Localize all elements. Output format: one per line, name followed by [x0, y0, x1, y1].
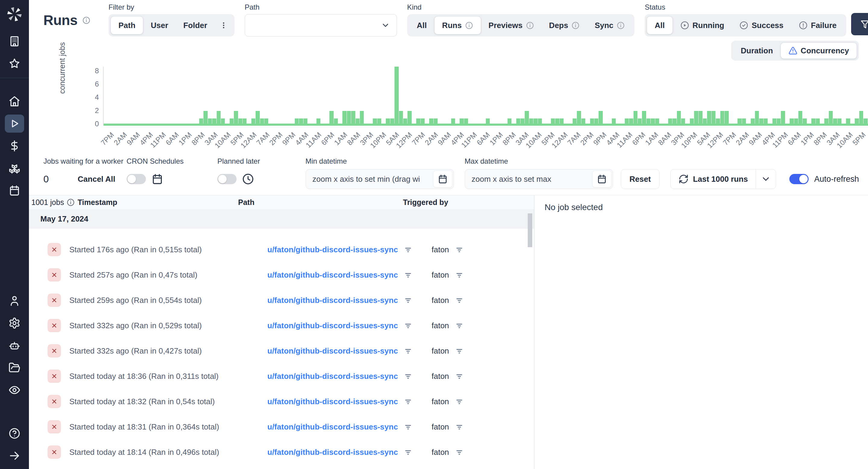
table-row[interactable]: Started 257s ago (Ran in 0,47s total) u/…	[29, 262, 534, 287]
min-datetime-input[interactable]	[306, 169, 454, 189]
chevron-down-icon	[761, 174, 771, 184]
row-path-link[interactable]: u/faton/github-discord-issues-sync	[267, 372, 398, 381]
home-icon[interactable]	[5, 92, 24, 110]
filter-by-user-icon[interactable]	[455, 245, 464, 254]
status-option-all[interactable]: All	[647, 16, 673, 34]
table-row[interactable]: Started today at 18:14 (Ran in 0,496s to…	[29, 439, 534, 465]
view-option-duration[interactable]: Duration	[733, 42, 781, 59]
filter-by-user-icon[interactable]	[455, 296, 464, 305]
windmill-logo[interactable]	[7, 0, 22, 30]
jobs-count: 1001 jobs	[31, 198, 64, 207]
reset-button[interactable]: Reset	[621, 169, 660, 189]
row-path-link[interactable]: u/faton/github-discord-issues-sync	[267, 296, 398, 305]
collapse-arrow-right-icon[interactable]	[5, 447, 24, 465]
row-timestamp: Started today at 18:14 (Ran in 0,496s to…	[61, 447, 225, 457]
row-triggered-by: faton	[432, 422, 449, 432]
kind-option-sync[interactable]: Sync	[587, 16, 632, 34]
failure-x-icon	[48, 445, 61, 459]
row-path-link[interactable]: u/faton/github-discord-issues-sync	[267, 270, 398, 280]
filter-by-user-icon[interactable]	[455, 372, 464, 380]
failure-x-icon	[48, 420, 61, 433]
jobs-waiting-label: Jobs waiting for a worker	[43, 157, 127, 165]
col-path: Path	[236, 198, 401, 207]
kind-option-deps[interactable]: Deps	[541, 16, 587, 34]
runs-count-chevron[interactable]	[756, 169, 776, 189]
kind-segmented: All Runs Previews Deps Sync	[407, 14, 635, 36]
dollar-icon[interactable]	[5, 137, 24, 155]
filter-by-user-icon[interactable]	[455, 271, 464, 279]
table-row[interactable]: Started 332s ago (Ran in 0,427s total) u…	[29, 338, 534, 364]
filter-by-option-path[interactable]: Path	[111, 16, 143, 34]
filter-by-option-user[interactable]: User	[143, 16, 176, 34]
filter-by-user-icon[interactable]	[455, 321, 464, 330]
planned-later-toggle[interactable]	[217, 174, 237, 184]
runs-play-icon[interactable]	[5, 115, 24, 133]
main-area: Runs Filter by Path User Folder Path	[29, 0, 868, 469]
auto-refresh-toggle[interactable]	[789, 174, 809, 184]
calendar-icon[interactable]	[5, 182, 24, 199]
min-datetime-calendar-button[interactable]	[433, 170, 453, 187]
table-row[interactable]: Started 259s ago (Ran in 0,554s total) u…	[29, 287, 534, 313]
failure-x-icon	[48, 344, 61, 357]
robot-icon[interactable]	[5, 336, 24, 354]
folder-open-icon[interactable]	[5, 359, 24, 377]
kind-option-previews[interactable]: Previews	[481, 16, 541, 34]
col-timestamp: Timestamp	[78, 198, 117, 207]
sidebar	[0, 0, 29, 469]
filter-by-option-folder[interactable]: Folder	[176, 16, 215, 34]
jobs-waiting-count: 0	[43, 174, 49, 185]
status-option-failure[interactable]: Failure	[791, 16, 844, 34]
user-icon[interactable]	[5, 292, 24, 310]
chart-baseline	[104, 124, 868, 126]
table-row[interactable]: Started today at 18:36 (Ran in 0,311s to…	[29, 364, 534, 389]
row-triggered-by: faton	[432, 346, 449, 356]
filter-by-user-icon[interactable]	[455, 347, 464, 355]
table-row[interactable]: Started today at 18:31 (Ran in 0,364s to…	[29, 414, 534, 439]
cron-toggle[interactable]	[127, 174, 146, 184]
boxes-icon[interactable]	[5, 159, 24, 177]
filter-by-user-icon[interactable]	[455, 423, 464, 431]
status-segmented: All Running Success Failure	[645, 14, 846, 36]
gear-icon[interactable]	[5, 314, 24, 332]
view-option-concurrency[interactable]: Concurrency	[781, 42, 857, 59]
status-option-running[interactable]: Running	[673, 16, 732, 34]
row-path-link[interactable]: u/faton/github-discord-issues-sync	[267, 422, 398, 432]
row-path-link[interactable]: u/faton/github-discord-issues-sync	[267, 321, 398, 330]
max-datetime-input[interactable]	[465, 169, 613, 189]
failure-x-icon	[48, 268, 61, 282]
row-path-link[interactable]: u/faton/github-discord-issues-sync	[267, 447, 398, 457]
max-datetime-calendar-button[interactable]	[592, 170, 612, 187]
failure-x-icon	[48, 395, 61, 408]
star-icon[interactable]	[5, 55, 24, 73]
list-scrollbar-thumb[interactable]	[528, 213, 532, 247]
chart-bars	[104, 67, 868, 126]
row-path-link[interactable]: u/faton/github-discord-issues-sync	[267, 346, 398, 356]
filter-by-kebab-icon[interactable]	[215, 21, 232, 30]
chart-plot-area[interactable]	[103, 67, 868, 126]
filter-by-user-icon[interactable]	[455, 397, 464, 406]
path-filter-label: Path	[245, 3, 397, 11]
kind-option-runs[interactable]: Runs	[434, 16, 481, 34]
help-circle-icon[interactable]	[5, 425, 24, 442]
filter-by-user-icon[interactable]	[455, 448, 464, 456]
row-triggered-by: faton	[432, 245, 449, 254]
table-row[interactable]: Started today at 18:32 (Ran in 0,54s tot…	[29, 389, 534, 414]
sync-info-icon	[617, 22, 625, 30]
last-1000-runs-button[interactable]: Last 1000 runs	[671, 169, 755, 189]
row-triggered-by: faton	[432, 372, 449, 381]
eye-icon[interactable]	[5, 381, 24, 399]
list-scrollbar[interactable]	[528, 210, 532, 469]
building-icon[interactable]	[5, 32, 24, 50]
alert-triangle-icon	[788, 46, 798, 55]
kind-option-all[interactable]: All	[409, 16, 434, 34]
row-path-link[interactable]: u/faton/github-discord-issues-sync	[267, 397, 398, 406]
status-option-success[interactable]: Success	[732, 16, 791, 34]
table-row[interactable]: Started 176s ago (Ran in 0,515s total) u…	[29, 237, 534, 262]
row-path-link[interactable]: u/faton/github-discord-issues-sync	[267, 245, 398, 254]
table-row[interactable]: Started 332s ago (Ran in 0,529s total) u…	[29, 313, 534, 338]
path-select[interactable]	[245, 14, 397, 36]
min-datetime-label: Min datetime	[306, 157, 454, 165]
cancel-all-button[interactable]: Cancel All	[78, 175, 116, 184]
failure-circle-exclamation-icon	[799, 21, 808, 30]
more-filters-button[interactable]: More filters	[851, 13, 868, 35]
